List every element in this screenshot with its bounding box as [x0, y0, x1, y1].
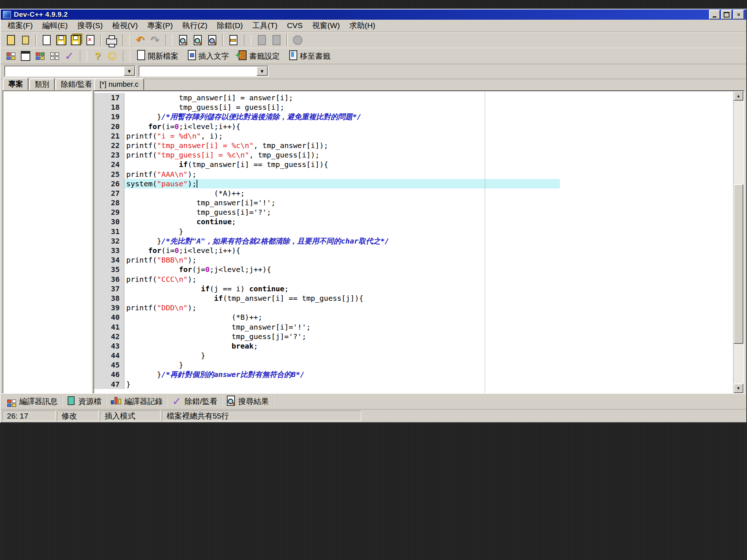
menu-cvs[interactable]: CVS [282, 20, 307, 31]
profile-disabled-icon[interactable] [290, 34, 305, 47]
chevron-down-icon[interactable]: ▼ [124, 66, 135, 76]
code-line-32[interactable]: 32 }/*先比對"A"，如果有符合就2格都清除，且要用不同的char取代之*/ [94, 236, 734, 246]
code-line-17[interactable]: 17 tmp_answer[i] = answer[i]; [94, 93, 734, 102]
menu-edit[interactable]: 編輯(E) [38, 20, 73, 31]
code-text: }/*再針對個別的answer比對有無符合的B*/ [124, 370, 734, 379]
scroll-down-icon[interactable]: ▼ [734, 384, 743, 393]
close-button[interactable]: × [733, 10, 744, 19]
code-line-37[interactable]: 37 if(j == i) continue; [94, 284, 734, 293]
rebuild-icon[interactable] [47, 50, 62, 63]
menu-execute[interactable]: 執行(Z) [178, 20, 212, 31]
code-line-28[interactable]: 28 tmp_answer[i]='!'; [94, 198, 734, 207]
line-number: 34 [94, 255, 124, 265]
code-line-29[interactable]: 29 tmp_guess[i]='?'; [94, 207, 734, 217]
code-line-42[interactable]: 42 tmp_guess[j]='?'; [94, 332, 734, 341]
code-line-45[interactable]: 45 } [94, 360, 734, 370]
goto-line-icon[interactable] [226, 34, 241, 47]
menu-tools[interactable]: 工具(T) [248, 20, 282, 31]
open-icon[interactable] [4, 34, 18, 47]
compile-icon[interactable] [4, 50, 18, 63]
bottom-tab-debug-watch[interactable]: ✓除錯/監看 [168, 395, 222, 408]
project-panel[interactable] [3, 90, 92, 394]
chevron-down-icon[interactable]: ▼ [256, 66, 268, 76]
compile-run-icon[interactable] [33, 50, 47, 63]
code-line-18[interactable]: 18 tmp_guess[i] = guess[i]; [94, 102, 734, 112]
insert-text-button[interactable]: 插入文字 [184, 50, 233, 63]
menu-debug[interactable]: 除錯(D) [212, 20, 248, 31]
menu-window[interactable]: 視窗(W) [307, 20, 345, 31]
class-combo[interactable]: ▼ [139, 66, 268, 77]
bottom-tab-compiler-messages[interactable]: 編譯器訊息 [3, 395, 63, 408]
code-line-26[interactable]: 26system("pause"); [94, 179, 734, 188]
code-line-46[interactable]: 46 }/*再針對個別的answer比對有無符合的B*/ [94, 370, 734, 379]
menu-help[interactable]: 求助(H) [345, 20, 380, 31]
code-line-20[interactable]: 20 for(i=0;i<level;i++){ [94, 122, 734, 131]
code-line-27[interactable]: 27 (*A)++; [94, 188, 734, 198]
code-line-35[interactable]: 35 for(j=0;j<level;j++){ [94, 265, 734, 274]
code-line-40[interactable]: 40 (*B)++; [94, 312, 734, 322]
code-line-44[interactable]: 44 } [94, 351, 734, 360]
code-line-24[interactable]: 24 if(tmp_answer[i] == tmp_guess[i]){ [94, 160, 734, 169]
toolbar-separator [165, 34, 173, 46]
tab-project[interactable]: 專案 [3, 78, 28, 90]
code-line-19[interactable]: 19 }/*用暫存陣列儲存以便比對過後清除，避免重複比對的問題*/ [94, 112, 734, 121]
code-line-36[interactable]: 36printf("CCC\n"); [94, 275, 734, 284]
replace-icon[interactable] [205, 34, 220, 47]
tab-number-c[interactable]: [*] number.c [94, 78, 144, 90]
maximize-button[interactable] [721, 10, 732, 19]
bottom-tab-resources[interactable]: 資源檔 [63, 395, 107, 408]
line-number: 38 [94, 293, 124, 303]
search-results-icon [227, 396, 235, 408]
toggle-bookmark-button[interactable]: +書籤設定 [235, 50, 283, 63]
code-line-23[interactable]: 23printf("tmp_guess[i] = %c\n", tmp_gues… [94, 150, 734, 160]
tab-classes[interactable]: 類別 [29, 78, 55, 90]
new-file-icon[interactable] [39, 34, 54, 47]
code-line-33[interactable]: 33 for(i=0;i<level;i++){ [94, 246, 734, 255]
menu-search[interactable]: 搜尋(S) [73, 20, 108, 31]
code-line-31[interactable]: 31 } [94, 227, 734, 236]
new-file-button[interactable]: 開新檔案 [133, 50, 182, 63]
save-all-icon[interactable] [69, 34, 83, 47]
vertical-scrollbar[interactable]: ▲ ▼ [733, 91, 744, 393]
minimize-button[interactable] [709, 10, 720, 19]
compiler-combo[interactable]: ▼ [4, 66, 136, 77]
code-line-22[interactable]: 22printf("tmp_answer[i] = %c\n", tmp_ans… [94, 141, 734, 150]
menu-view[interactable]: 檢視(V) [108, 20, 143, 31]
line-number: 33 [94, 246, 124, 255]
scrollbar-thumb[interactable] [734, 184, 743, 344]
goto-bookmark-button[interactable]: 移至書籤 [286, 50, 334, 63]
help-icon[interactable]: ? [90, 50, 105, 63]
code-line-38[interactable]: 38 if(tmp_answer[i] == tmp_guess[j]){ [94, 293, 734, 303]
syntax-check-icon[interactable]: ✓ [62, 50, 77, 63]
code-line-34[interactable]: 34printf("BBB\n"); [94, 255, 734, 265]
find-icon[interactable] [176, 34, 190, 47]
about-icon[interactable]: ☺ [105, 50, 120, 63]
bottom-tab-compile-log[interactable]: 編譯器記錄 [107, 395, 168, 408]
code-line-30[interactable]: 30 continue; [94, 217, 734, 226]
compile-disabled-icon[interactable] [255, 34, 269, 47]
menu-project[interactable]: 專案(P) [143, 20, 178, 31]
open-file-icon[interactable] [18, 34, 33, 47]
tab-debug-watch[interactable]: 除錯/監看 [55, 78, 98, 90]
code-text: tmp_answer[i] = answer[i]; [124, 93, 734, 102]
print-icon[interactable] [104, 34, 119, 47]
bottom-tab-search-results[interactable]: 搜尋結果 [222, 395, 274, 408]
run-disabled-icon[interactable] [269, 34, 284, 47]
close-file-icon[interactable]: × [83, 34, 98, 47]
redo-icon[interactable]: ↷ [147, 34, 162, 47]
undo-icon[interactable]: ↶ [133, 34, 147, 47]
code-line-41[interactable]: 41 tmp_answer[i]='!'; [94, 322, 734, 332]
code-line-47[interactable]: 47} [94, 380, 734, 389]
save-icon[interactable] [54, 34, 69, 47]
scroll-up-icon[interactable]: ▲ [734, 91, 743, 101]
run-window-icon[interactable] [18, 50, 33, 63]
menu-file[interactable]: 檔案(F) [3, 20, 38, 31]
code-editor: 17 tmp_answer[i] = answer[i];18 tmp_gues… [93, 90, 744, 394]
find-in-files-icon[interactable] [190, 34, 205, 47]
code-line-39[interactable]: 39printf("DDD\n"); [94, 303, 734, 312]
code-line-43[interactable]: 43 break; [94, 341, 734, 351]
code-line-25[interactable]: 25printf("AAA\n"); [94, 170, 734, 179]
code-lines[interactable]: 17 tmp_answer[i] = answer[i];18 tmp_gues… [94, 91, 734, 393]
title-bar[interactable]: Dev-C++ 4.9.9.2 × [1, 9, 746, 20]
code-line-21[interactable]: 21printf("i = %d\n", i); [94, 131, 734, 141]
